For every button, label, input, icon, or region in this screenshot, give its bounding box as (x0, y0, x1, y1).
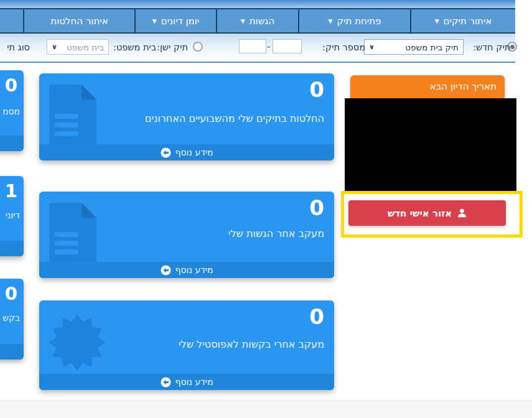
nav-item-open-case[interactable]: פתיחת תיק ▼ (299, 9, 410, 32)
more-info-label: מידע נוסף (175, 147, 213, 157)
new-case-label: תיק חדש: (473, 42, 510, 52)
personal-area-button[interactable]: אזור אישי חדש (348, 200, 506, 226)
stat-title: החלטות בתיקים שלי מהשבועיים האחרונים (131, 112, 324, 126)
arrow-circle-icon (161, 147, 171, 158)
case-number-input-1[interactable] (273, 39, 302, 53)
case-number-separator: - (267, 42, 270, 52)
stat-card-apostille-requests: 0 מעקב אחרי בקשות לאפוסטיל שלי מידע נוסף (39, 300, 334, 390)
dashboard-page: איתור תיקים ▼ פתיחת תיק ▼ הגשות ▼ יומן ד… (0, 0, 532, 418)
case-type-select-value: תיק בית משפט (405, 42, 459, 52)
stat-count: 0 (5, 283, 17, 304)
case-number-label: מספר תיק: (322, 42, 365, 52)
nav-item-locate-cases[interactable]: איתור תיקים ▼ (411, 9, 515, 32)
case-kind-label-partial: סוג תי (0, 42, 30, 52)
nav-item-label: הגשות (250, 16, 275, 27)
more-info-bar[interactable]: מידע נוסף (39, 374, 334, 390)
more-info-bar[interactable]: מידע נוסף (39, 144, 334, 160)
court-select[interactable]: בית משפט ∨ (47, 39, 109, 55)
nav-item-label: פתיחת תיק (337, 16, 381, 27)
stat-label-partial: מסמ (2, 106, 20, 116)
radio-dot (510, 45, 515, 49)
nav-item-label: יומן דיונים (161, 16, 199, 27)
more-info-label: מידע נוסף (175, 265, 213, 275)
stat-label-partial: דיוני (6, 210, 20, 220)
stat-title: מעקב אחרי בקשות לאפוסטיל שלי (131, 338, 324, 351)
page-bottom-strip (0, 400, 532, 418)
stat-card-requests-partial: 0 בקש (0, 279, 24, 360)
stat-title: מעקב אחר הגשות שלי (131, 227, 324, 241)
main-nav: איתור תיקים ▼ פתיחת תיק ▼ הגשות ▼ יומן ד… (0, 8, 515, 34)
more-info-label: מידע נוסף (175, 377, 213, 387)
stat-card-documents-partial: 0 מסמ (0, 70, 24, 151)
stat-label-partial: בקש (2, 313, 20, 323)
chevron-down-icon: ▼ (435, 19, 439, 24)
radio-old-case[interactable] (193, 42, 203, 52)
stat-count: 0 (309, 197, 324, 220)
seal-icon (47, 313, 108, 372)
next-hearing-label: תאריך הדיון הבא (430, 81, 497, 92)
nav-item-partial[interactable] (0, 9, 23, 32)
court-label: בית משפט: (113, 42, 156, 52)
stat-count: 1 (5, 180, 17, 202)
more-info-bar[interactable] (0, 241, 24, 256)
select-chevron-icon: ∨ (369, 43, 375, 51)
more-info-bar[interactable] (0, 136, 24, 151)
nav-item-label: איתור תיקים (444, 16, 492, 27)
more-info-bar[interactable] (0, 344, 24, 360)
arrow-circle-icon (161, 377, 171, 388)
nav-item-label: איתור החלטות (50, 16, 108, 27)
arrow-circle-icon (161, 265, 171, 276)
document-icon (49, 85, 96, 145)
old-case-label: תיק ישן: (157, 42, 188, 52)
case-search-form: תיק חדש: תיק בית משפט ∨ מספר תיק: - תיק … (0, 34, 515, 63)
nav-item-submissions[interactable]: הגשות ▼ (217, 9, 298, 32)
personal-area-label: אזור אישי חדש (388, 208, 452, 219)
select-chevron-icon: ∨ (52, 43, 57, 51)
case-type-select[interactable]: תיק בית משפט ∨ (364, 39, 464, 55)
stat-count: 0 (309, 78, 324, 101)
chevron-down-icon: ▼ (152, 19, 157, 24)
document-icon (49, 203, 96, 263)
more-info-bar[interactable]: מידע נוסף (39, 262, 334, 278)
case-number-input-2[interactable] (239, 39, 266, 53)
stat-card-my-submissions: 0 מעקב אחר הגשות שלי מידע נוסף (39, 192, 334, 278)
top-blue-strip (0, 0, 515, 8)
user-icon (457, 208, 467, 218)
stat-count: 0 (5, 75, 17, 96)
stat-card-recent-decisions: 0 החלטות בתיקים שלי מהשבועיים האחרונים מ… (39, 73, 334, 160)
nav-item-hearings-diary[interactable]: יומן דיונים ▼ (136, 9, 216, 32)
stat-count: 0 (309, 305, 324, 328)
nav-item-locate-decisions[interactable]: איתור החלטות (24, 9, 134, 32)
court-select-value: בית משפט (67, 42, 104, 52)
redacted-region (345, 98, 516, 192)
chevron-down-icon: ▼ (329, 19, 333, 24)
stat-card-hearings-partial: 1 דיוני (0, 176, 24, 256)
chevron-down-icon: ▼ (241, 19, 245, 24)
